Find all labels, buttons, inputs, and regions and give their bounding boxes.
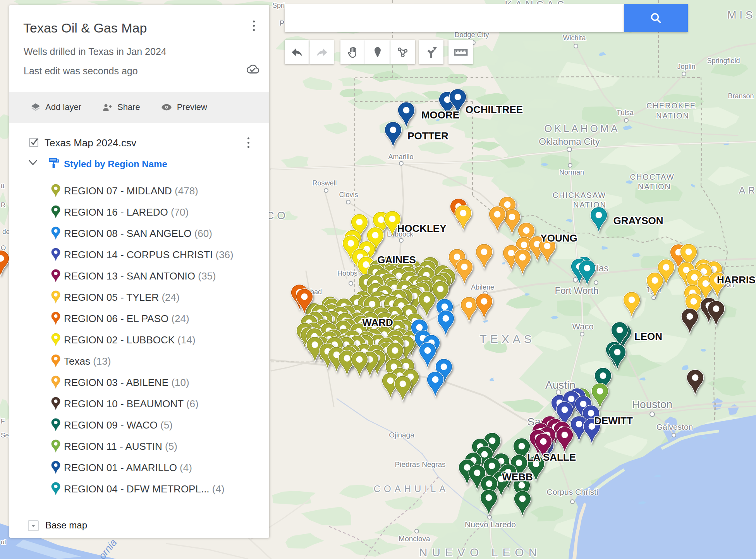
svg-text:Houston: Houston bbox=[632, 398, 672, 410]
svg-text:Spri: Spri bbox=[272, 2, 285, 9]
svg-text:LA SALLE: LA SALLE bbox=[527, 451, 576, 463]
svg-text:Norman: Norman bbox=[559, 168, 584, 176]
svg-text:de: de bbox=[2, 228, 10, 235]
svg-text:MOORE: MOORE bbox=[421, 109, 459, 121]
svg-text:Se: Se bbox=[1, 432, 9, 439]
svg-text:Corpus Christi: Corpus Christi bbox=[546, 487, 598, 496]
svg-text:Oklahoma City: Oklahoma City bbox=[539, 136, 600, 147]
svg-text:Hobbs: Hobbs bbox=[337, 269, 357, 277]
svg-text:TEXAS: TEXAS bbox=[479, 333, 535, 345]
svg-text:ARKAN: ARKAN bbox=[739, 185, 756, 195]
svg-text:MISSO: MISSO bbox=[727, 9, 756, 21]
svg-text:CHEROKEE: CHEROKEE bbox=[646, 101, 696, 110]
svg-text:LEON: LEON bbox=[634, 331, 662, 342]
svg-text:Nuevo Laredo: Nuevo Laredo bbox=[465, 520, 516, 529]
svg-text:F: F bbox=[1, 418, 5, 425]
svg-text:COAHUILA: COAHUILA bbox=[374, 484, 449, 494]
svg-text:Branson: Branson bbox=[728, 92, 754, 100]
svg-text:CHICKASAW: CHICKASAW bbox=[553, 191, 606, 199]
svg-text:Monclova: Monclova bbox=[399, 535, 430, 543]
svg-text:Joplin: Joplin bbox=[677, 63, 695, 70]
svg-text:NATION: NATION bbox=[638, 182, 671, 191]
svg-text:NATION: NATION bbox=[656, 111, 689, 120]
svg-text:CHOCTAW: CHOCTAW bbox=[630, 173, 674, 181]
svg-text:YOUNG: YOUNG bbox=[540, 232, 577, 244]
svg-text:CO: CO bbox=[266, 209, 289, 221]
svg-text:ul: ul bbox=[1, 538, 6, 546]
svg-text:POTTER: POTTER bbox=[407, 130, 448, 142]
svg-text:Wichita: Wichita bbox=[563, 34, 586, 42]
svg-text:Springfield: Springfield bbox=[707, 57, 740, 65]
svg-text:Roswell: Roswell bbox=[312, 179, 337, 187]
svg-text:DEWITT: DEWITT bbox=[594, 415, 633, 427]
svg-text:Abilene: Abilene bbox=[471, 283, 494, 291]
svg-text:Austin: Austin bbox=[545, 379, 576, 391]
svg-text:HOCKLEY: HOCKLEY bbox=[397, 223, 446, 234]
svg-text:OCHILTREE: OCHILTREE bbox=[466, 104, 523, 115]
svg-text:GAINES: GAINES bbox=[377, 254, 416, 266]
svg-text:Dodge City: Dodge City bbox=[454, 31, 489, 39]
svg-text:Fort Worth: Fort Worth bbox=[555, 285, 599, 296]
svg-text:NUEVO LEON: NUEVO LEON bbox=[419, 546, 542, 559]
svg-text:Galveston: Galveston bbox=[656, 422, 693, 431]
svg-text:Amarillo: Amarillo bbox=[388, 153, 413, 161]
svg-text:OKLAHOMA: OKLAHOMA bbox=[544, 123, 620, 134]
svg-text:Piedras Negras: Piedras Negras bbox=[395, 460, 446, 468]
svg-text:Waco: Waco bbox=[572, 322, 593, 331]
svg-text:tt: tt bbox=[1, 182, 5, 190]
svg-text:GRAYSON: GRAYSON bbox=[613, 215, 663, 226]
svg-text:HARRISON: HARRISON bbox=[717, 274, 756, 286]
svg-text:WEBB: WEBB bbox=[502, 471, 533, 483]
svg-text:WARD: WARD bbox=[362, 317, 393, 328]
svg-text:R: R bbox=[1, 201, 5, 209]
svg-text:P: P bbox=[280, 19, 284, 27]
svg-text:Tulsa: Tulsa bbox=[617, 109, 634, 117]
svg-text:Ojinaga: Ojinaga bbox=[389, 431, 414, 439]
svg-text:Clovis: Clovis bbox=[339, 191, 358, 199]
